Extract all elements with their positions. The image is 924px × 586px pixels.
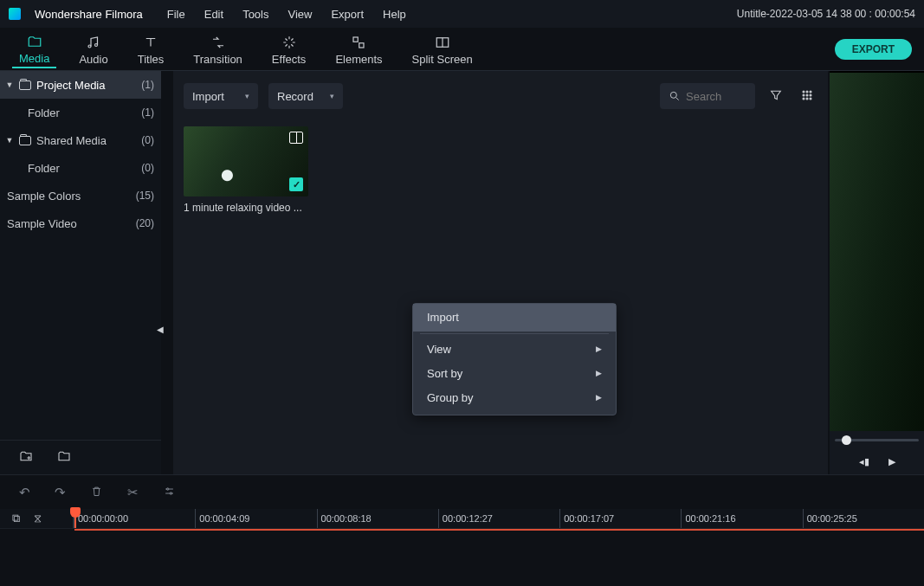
- splitscreen-icon: [435, 35, 450, 50]
- sparkle-icon: [281, 35, 297, 50]
- add-track-icon[interactable]: ⧉: [12, 512, 20, 525]
- tab-elements[interactable]: Elements: [328, 31, 389, 68]
- tab-media[interactable]: Media: [12, 30, 56, 68]
- menu-file[interactable]: File: [167, 8, 185, 21]
- add-folder-icon[interactable]: [19, 449, 33, 466]
- chevron-right-icon: ▶: [596, 369, 602, 377]
- timeline-tools: ↶ ↷ ✂: [0, 474, 924, 509]
- menu-help[interactable]: Help: [383, 8, 406, 21]
- sidebar-item-folder[interactable]: Folder (0): [0, 154, 161, 182]
- sidebar-item-label: Folder: [28, 106, 60, 119]
- preview-frame: [830, 73, 924, 431]
- ctx-label: View: [427, 343, 451, 356]
- svg-rect-2: [353, 37, 358, 42]
- menu-bar: File Edit Tools View Export Help: [167, 8, 406, 21]
- redo-icon[interactable]: ↷: [55, 485, 66, 500]
- import-dropdown[interactable]: Import▾: [184, 83, 258, 109]
- preview-slider[interactable]: [830, 431, 924, 448]
- ctx-import[interactable]: Import: [413, 304, 616, 332]
- tab-titles[interactable]: Titles: [131, 31, 171, 68]
- music-icon: [86, 35, 101, 50]
- svg-point-0: [88, 45, 91, 48]
- tab-titles-label: Titles: [138, 53, 165, 66]
- time-mark: 00:00:12:27: [438, 509, 559, 528]
- play-icon[interactable]: ▶: [888, 456, 895, 467]
- ctx-groupby[interactable]: Group by ▶: [413, 385, 616, 409]
- chevron-right-icon: ▶: [596, 393, 602, 402]
- collapse-sidebar-handle[interactable]: ◀: [156, 312, 165, 346]
- document-title: Untitle-2022-03-05 14 38 00 : 00:00:54: [737, 8, 915, 20]
- chevron-down-icon: ▾: [330, 92, 334, 100]
- sidebar-item-label: Shared Media: [36, 134, 107, 147]
- sidebar-item-sample-video[interactable]: Sample Video (20): [0, 209, 161, 237]
- text-icon: [143, 35, 158, 50]
- menu-edit[interactable]: Edit: [204, 8, 223, 21]
- menu-view[interactable]: View: [288, 8, 312, 21]
- svg-point-10: [806, 94, 808, 96]
- library-content[interactable]: ✓ 1 minute relaxing video ...: [173, 111, 828, 229]
- timeline-ruler-controls: ⧉ ⧖: [0, 509, 74, 528]
- sidebar-item-sample-colors[interactable]: Sample Colors (15): [0, 182, 161, 209]
- split-icon[interactable]: ✂: [127, 485, 139, 500]
- library-toolbar: Import▾ Record▾: [173, 81, 828, 111]
- elements-icon: [351, 35, 366, 50]
- link-icon[interactable]: ⧖: [34, 512, 42, 525]
- sidebar-item-count: (1): [141, 106, 154, 119]
- ctx-label: Import: [427, 311, 459, 324]
- record-label: Record: [277, 90, 313, 103]
- thumbnail-name: 1 minute relaxing video ...: [184, 202, 308, 214]
- sidebar-item-label: Sample Colors: [7, 190, 81, 203]
- tab-transition[interactable]: Transition: [186, 31, 249, 68]
- sidebar-item-count: (0): [141, 134, 154, 146]
- sidebar-item-count: (15): [136, 190, 154, 202]
- svg-point-7: [806, 91, 808, 93]
- folder-icon: [27, 34, 42, 49]
- tab-splitscreen[interactable]: Split Screen: [405, 31, 480, 68]
- svg-point-6: [803, 91, 804, 93]
- slider-knob[interactable]: [842, 435, 851, 445]
- chevron-right-icon: ▶: [596, 345, 602, 353]
- prev-frame-icon[interactable]: ◂▮: [859, 456, 869, 467]
- menu-export[interactable]: Export: [331, 8, 364, 21]
- export-button[interactable]: EXPORT: [835, 39, 912, 60]
- undo-icon[interactable]: ↶: [19, 485, 30, 500]
- folder-icon[interactable]: [57, 449, 71, 466]
- search-field[interactable]: [686, 90, 738, 103]
- timeline: ↶ ↷ ✂ ⧉ ⧖ 00:00:00:00 00:00:04:09 00:00:…: [0, 474, 924, 584]
- filter-icon[interactable]: [766, 85, 786, 108]
- sidebar-item-project-media[interactable]: ▼ Project Media (1): [0, 71, 161, 99]
- svg-point-1: [95, 43, 98, 46]
- folder-icon: [19, 136, 31, 145]
- preview-panel: ◂▮ ▶: [830, 71, 924, 474]
- ctx-view[interactable]: View ▶: [413, 337, 616, 361]
- search-icon: [669, 90, 681, 102]
- record-dropdown[interactable]: Record▾: [268, 83, 343, 109]
- sidebar-item-shared-media[interactable]: ▼ Shared Media (0): [0, 126, 161, 154]
- search-input[interactable]: [660, 83, 755, 109]
- timeline-tracks[interactable]: [0, 528, 924, 584]
- tab-effects-label: Effects: [272, 53, 307, 66]
- timeline-marks[interactable]: 00:00:00:00 00:00:04:09 00:00:08:18 00:0…: [74, 509, 924, 528]
- sidebar-item-folder[interactable]: Folder (1): [0, 99, 161, 126]
- tool-tabs: Media Audio Titles Transition Effects El…: [0, 28, 924, 71]
- sidebar-item-label: Project Media: [36, 79, 105, 92]
- svg-point-5: [670, 92, 676, 98]
- tab-audio[interactable]: Audio: [72, 31, 114, 68]
- thumbnail-image: ✓: [184, 126, 308, 196]
- sidebar-item-label: Sample Video: [7, 217, 77, 230]
- ctx-sortby[interactable]: Sort by ▶: [413, 361, 616, 385]
- chevron-down-icon: ▾: [245, 92, 249, 100]
- tab-effects[interactable]: Effects: [265, 31, 313, 68]
- menu-tools[interactable]: Tools: [242, 8, 268, 21]
- svg-rect-3: [359, 42, 364, 47]
- app-logo: [9, 8, 21, 20]
- grid-view-icon[interactable]: [797, 85, 817, 108]
- adjust-icon[interactable]: [163, 485, 176, 500]
- chevron-down-icon: ▼: [5, 80, 14, 89]
- tab-elements-label: Elements: [335, 53, 382, 66]
- tab-splitscreen-label: Split Screen: [412, 53, 473, 66]
- media-thumbnail[interactable]: ✓ 1 minute relaxing video ...: [184, 126, 308, 214]
- delete-icon[interactable]: [90, 485, 103, 500]
- app-title: Wondershare Filmora: [35, 8, 143, 21]
- timeline-ruler[interactable]: ⧉ ⧖ 00:00:00:00 00:00:04:09 00:00:08:18 …: [0, 509, 924, 528]
